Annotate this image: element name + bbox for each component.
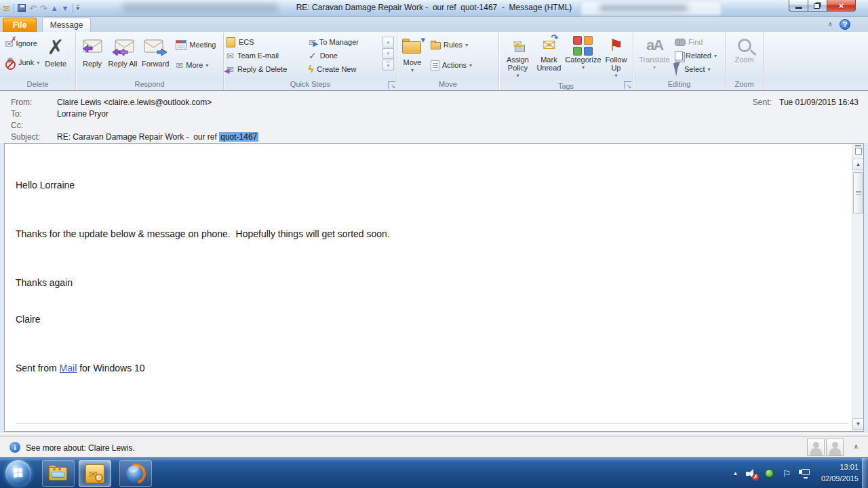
team-email-icon: ✉ (226, 52, 234, 60)
assign-policy-button[interactable]: ✉ Assign Policy ▾ (502, 34, 534, 81)
forward-button[interactable]: Forward (140, 34, 171, 79)
dropdown-caret-icon: ▾ (653, 64, 656, 72)
minimize-icon (795, 7, 802, 9)
select-button[interactable]: Select ▾ (673, 62, 719, 76)
mark-unread-button[interactable]: ✉↷ Mark Unread (534, 34, 564, 81)
tab-message[interactable]: Message (42, 18, 91, 32)
ignore-button[interactable]: ✉✗ Ignore (3, 37, 41, 50)
tags-dialog-launcher[interactable]: ↘ (624, 81, 631, 89)
related-button[interactable]: Related ▾ (673, 49, 719, 62)
to-label: To: (11, 109, 57, 119)
blurred-region (599, 5, 688, 11)
vertical-scrollbar[interactable]: ▲ ▼ (852, 144, 863, 431)
meeting-button[interactable]: Meeting (174, 38, 218, 52)
quick-step-create-new[interactable]: ϟ Create New (309, 62, 378, 76)
quick-step-team-email[interactable]: ✉ Team E-mail (226, 49, 309, 62)
help-button[interactable]: ? (840, 19, 850, 30)
ribbon-group-editing: aA Translate ▾ Find Related ▾ (633, 32, 726, 90)
delete-button[interactable]: ✗ Delete (43, 34, 68, 79)
junk-button[interactable]: Junk ▾ (3, 56, 41, 69)
quick-step-to-manager[interactable]: ✉► To Manager (309, 35, 378, 49)
quick-steps-more-button[interactable]: ▾ (382, 60, 394, 70)
body-line: Thanks again (16, 277, 851, 289)
taskbar-clock[interactable]: 13:01 02/09/2015 (821, 462, 859, 485)
scrollbar-header-icon[interactable] (854, 145, 863, 156)
assign-policy-icon: ✉ (511, 39, 524, 52)
quick-step-reply-delete[interactable]: ✉◄ Reply & Delete (226, 62, 309, 76)
reply-all-label: Reply All (108, 60, 138, 68)
to-row: To: Lorraine Pryor (11, 109, 108, 119)
rules-button[interactable]: Rules ▾ (429, 38, 474, 52)
dropdown-caret-icon: ▾ (411, 66, 414, 75)
delete-icon: ✗ (47, 37, 64, 58)
volume-muted-icon[interactable]: ✗ (746, 469, 757, 479)
categorize-label: Categorize (565, 56, 601, 64)
taskbar-firefox-button[interactable] (119, 460, 152, 487)
zoom-button[interactable]: Zoom (732, 34, 755, 79)
status-green-icon[interactable] (765, 469, 774, 478)
move-label: Move (403, 58, 422, 66)
action-center-flag-icon[interactable]: ⚐ (782, 468, 791, 479)
follow-up-button[interactable]: ⚑ Follow Up ▾ (602, 34, 630, 81)
show-hidden-icons-button[interactable]: ▲ (733, 470, 738, 476)
avatar[interactable] (826, 439, 844, 456)
people-pane-splitter[interactable] (0, 432, 868, 437)
ignore-label: Ignore (16, 39, 37, 47)
quick-step-done[interactable]: ✓ Done (309, 49, 378, 62)
outlook-message-window: ✉ ↶ ↷ ▲ ▼ ▾ RE: Caravan Damage Repair Wo… (0, 0, 868, 488)
mail-link[interactable]: Mail (60, 363, 77, 373)
message-body-content: Hello Lorraine Thanks for the update bel… (5, 144, 851, 432)
expand-people-pane-icon[interactable]: ∧ (854, 443, 859, 450)
find-button[interactable]: Find (673, 35, 719, 49)
explorer-icon (48, 466, 68, 482)
quick-steps-scroll-down[interactable]: ▾ (382, 48, 394, 59)
actions-button[interactable]: Actions ▾ (429, 58, 474, 72)
translate-button[interactable]: aA Translate ▾ (636, 34, 673, 79)
network-icon[interactable] (799, 469, 810, 479)
system-tray: ▲ ✗ ⚐ (733, 458, 810, 488)
categorize-button[interactable]: Categorize ▾ (564, 34, 602, 81)
avatar[interactable] (807, 439, 825, 456)
close-button[interactable]: × (827, 0, 856, 12)
scrollbar-thumb[interactable] (853, 172, 863, 214)
sent-label: Sent: (753, 98, 772, 107)
reply-delete-icon: ✉◄ (226, 65, 234, 74)
forward-icon (143, 39, 167, 56)
taskbar: ✉ O ▲ ✗ ⚐ 13:01 02/09/2015 (0, 458, 868, 488)
start-button[interactable] (5, 460, 31, 486)
restore-icon (814, 3, 820, 9)
more-respond-button[interactable]: ✉ More ▾ (174, 58, 218, 72)
firefox-icon (126, 464, 145, 483)
quick-step-ecs[interactable]: ECS (226, 35, 309, 49)
tab-message-label: Message (50, 20, 83, 30)
more-respond-icon: ✉ (176, 61, 183, 70)
restore-button[interactable] (808, 0, 827, 12)
collapse-ribbon-icon[interactable]: ∧ (828, 20, 833, 28)
ribbon-group-zoom: Zoom Zoom (726, 32, 764, 90)
find-label: Find (688, 38, 703, 46)
subject-label: Subject: (11, 132, 57, 142)
minimize-button[interactable] (789, 0, 808, 12)
quick-steps-scroll-up[interactable]: ▴ (382, 37, 394, 47)
ribbon-group-tags: ✉ Assign Policy ▾ ✉↷ Mark Unread (499, 32, 633, 90)
dropdown-caret-icon: ▾ (469, 62, 472, 68)
scroll-down-button[interactable]: ▼ (852, 418, 864, 430)
ribbon-group-quick-steps: ECS ✉ Team E-mail ✉◄ Reply & Delete ✉► T… (224, 32, 397, 90)
follow-up-label: Follow Up (604, 56, 628, 72)
taskbar-outlook-button[interactable]: ✉ O (79, 460, 111, 487)
help-icon: ? (843, 20, 848, 28)
scroll-up-button[interactable]: ▲ (852, 159, 864, 170)
move-button[interactable]: ▾ Move ▾ (400, 34, 425, 79)
body-line: Hello Lorraine (16, 179, 851, 191)
taskbar-explorer-button[interactable] (42, 460, 75, 487)
tab-file[interactable]: File (3, 18, 37, 32)
from-label: From: (11, 98, 57, 107)
ribbon: ✉✗ Ignore Junk ▾ ✗ Delete Delete (0, 32, 868, 91)
show-desktop-button[interactable] (862, 458, 868, 488)
reply-all-button[interactable]: Reply All (106, 34, 140, 79)
quick-steps-dialog-launcher[interactable]: ↘ (388, 81, 395, 89)
rules-label: Rules (443, 41, 462, 49)
group-label-respond: Respond (76, 79, 223, 90)
reply-button[interactable]: Reply (79, 34, 106, 79)
message-body[interactable]: Hello Lorraine Thanks for the update bel… (4, 143, 864, 432)
